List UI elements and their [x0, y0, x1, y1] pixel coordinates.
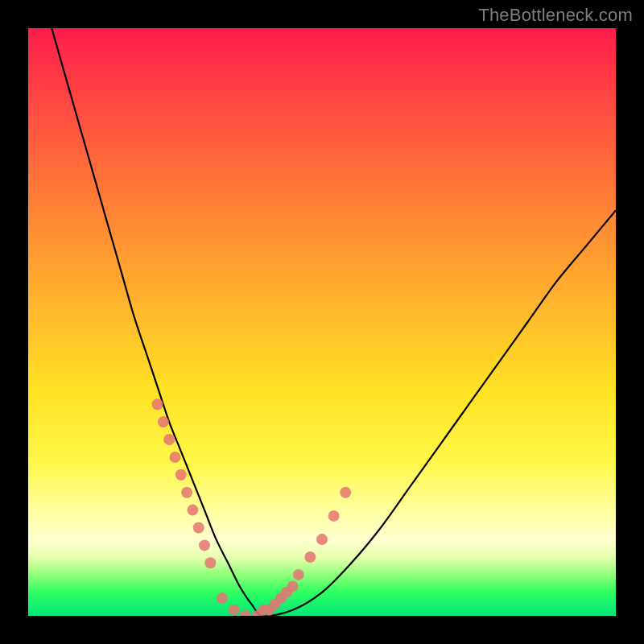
marker-dot	[181, 487, 192, 498]
marker-dot	[258, 605, 269, 616]
marker-dot	[193, 522, 204, 534]
marker-dot	[170, 452, 181, 463]
chart-svg	[28, 28, 616, 616]
marker-dot	[281, 587, 292, 598]
overlay-markers-left	[152, 398, 217, 568]
bottleneck-curve-path	[52, 28, 616, 616]
overlay-markers-bottom	[217, 592, 269, 616]
marker-dot	[328, 510, 340, 522]
marker-dot	[340, 487, 351, 498]
marker-dot	[175, 469, 187, 481]
marker-dot	[187, 505, 198, 516]
marker-dot	[152, 398, 163, 410]
marker-dot	[275, 592, 287, 604]
marker-dot	[240, 610, 251, 616]
marker-dot	[287, 581, 299, 592]
marker-dot	[229, 605, 240, 616]
marker-dot	[158, 416, 169, 427]
marker-dot	[252, 610, 263, 616]
marker-dot	[199, 539, 210, 551]
marker-dot	[204, 557, 216, 568]
marker-dot	[217, 592, 228, 604]
chart-frame: TheBottleneck.com	[0, 0, 644, 644]
marker-dot	[304, 551, 316, 563]
marker-dot	[263, 605, 275, 616]
marker-dot	[163, 434, 175, 445]
plot-area	[28, 28, 616, 616]
marker-dot	[293, 569, 304, 580]
watermark-text: TheBottleneck.com	[478, 5, 633, 26]
marker-dot	[270, 598, 281, 609]
marker-dot	[316, 534, 328, 545]
overlay-markers-right	[263, 487, 351, 616]
